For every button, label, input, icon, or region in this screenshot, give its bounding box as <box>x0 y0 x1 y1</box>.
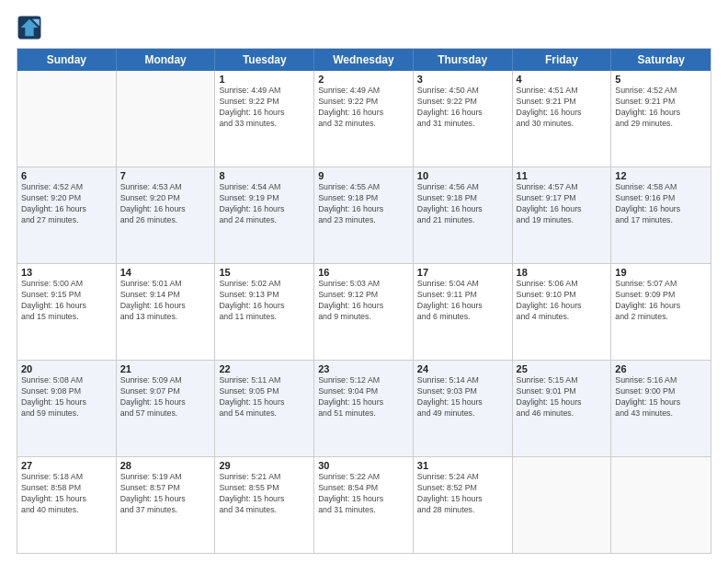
day-info: Sunrise: 5:19 AM Sunset: 8:57 PM Dayligh… <box>120 472 211 516</box>
day-number: 6 <box>21 170 112 181</box>
day-info: Sunrise: 5:12 AM Sunset: 9:04 PM Dayligh… <box>318 375 409 419</box>
day-number: 10 <box>417 170 508 181</box>
day-number: 21 <box>120 363 211 374</box>
calendar-row-5: 27Sunrise: 5:18 AM Sunset: 8:58 PM Dayli… <box>17 456 711 553</box>
day-number: 13 <box>21 267 112 278</box>
day-info: Sunrise: 5:22 AM Sunset: 8:54 PM Dayligh… <box>318 472 409 516</box>
calendar-row-4: 20Sunrise: 5:08 AM Sunset: 9:08 PM Dayli… <box>17 360 711 456</box>
day-number: 3 <box>417 74 508 85</box>
day-info: Sunrise: 4:56 AM Sunset: 9:18 PM Dayligh… <box>417 182 508 226</box>
day-number: 26 <box>615 363 707 374</box>
day-number: 15 <box>219 267 310 278</box>
day-number: 7 <box>120 170 211 181</box>
day-info: Sunrise: 5:11 AM Sunset: 9:05 PM Dayligh… <box>219 375 310 419</box>
calendar-cell: 9Sunrise: 4:55 AM Sunset: 9:18 PM Daylig… <box>314 167 414 263</box>
calendar-cell: 3Sunrise: 4:50 AM Sunset: 9:22 PM Daylig… <box>414 71 513 167</box>
calendar-cell: 4Sunrise: 4:51 AM Sunset: 9:21 PM Daylig… <box>513 71 612 167</box>
day-info: Sunrise: 5:24 AM Sunset: 8:52 PM Dayligh… <box>417 472 508 516</box>
calendar-row-3: 13Sunrise: 5:00 AM Sunset: 9:15 PM Dayli… <box>17 263 711 360</box>
calendar-cell <box>117 71 216 167</box>
day-info: Sunrise: 5:07 AM Sunset: 9:09 PM Dayligh… <box>615 279 707 323</box>
calendar-cell: 26Sunrise: 5:16 AM Sunset: 9:00 PM Dayli… <box>611 361 711 456</box>
day-info: Sunrise: 4:54 AM Sunset: 9:19 PM Dayligh… <box>219 182 310 226</box>
day-number: 1 <box>219 74 310 85</box>
day-number: 17 <box>417 267 508 278</box>
day-info: Sunrise: 5:09 AM Sunset: 9:07 PM Dayligh… <box>120 375 211 419</box>
day-info: Sunrise: 5:06 AM Sunset: 9:10 PM Dayligh… <box>517 279 608 323</box>
weekday-header-friday: Friday <box>513 49 612 71</box>
day-number: 22 <box>219 363 310 374</box>
weekday-header-saturday: Saturday <box>611 49 711 71</box>
day-info: Sunrise: 4:50 AM Sunset: 9:22 PM Dayligh… <box>417 86 508 130</box>
day-number: 30 <box>318 460 409 471</box>
calendar-cell: 13Sunrise: 5:00 AM Sunset: 9:15 PM Dayli… <box>17 264 117 360</box>
day-number: 14 <box>120 267 211 278</box>
calendar: SundayMondayTuesdayWednesdayThursdayFrid… <box>17 48 711 554</box>
calendar-cell <box>17 71 117 167</box>
day-number: 20 <box>21 363 112 374</box>
day-number: 27 <box>21 460 112 471</box>
day-info: Sunrise: 5:08 AM Sunset: 9:08 PM Dayligh… <box>21 375 112 419</box>
calendar-cell: 8Sunrise: 4:54 AM Sunset: 9:19 PM Daylig… <box>215 167 314 263</box>
weekday-header-monday: Monday <box>117 49 216 71</box>
day-number: 31 <box>417 460 508 471</box>
calendar-cell <box>513 457 612 553</box>
calendar-cell: 29Sunrise: 5:21 AM Sunset: 8:55 PM Dayli… <box>215 457 314 553</box>
calendar-cell: 7Sunrise: 4:53 AM Sunset: 9:20 PM Daylig… <box>117 167 216 263</box>
day-info: Sunrise: 4:51 AM Sunset: 9:21 PM Dayligh… <box>517 86 608 130</box>
day-number: 9 <box>318 170 409 181</box>
day-number: 19 <box>615 267 707 278</box>
day-info: Sunrise: 5:03 AM Sunset: 9:12 PM Dayligh… <box>318 279 409 323</box>
weekday-header-tuesday: Tuesday <box>215 49 314 71</box>
day-number: 8 <box>219 170 310 181</box>
calendar-cell: 28Sunrise: 5:19 AM Sunset: 8:57 PM Dayli… <box>117 457 216 553</box>
day-number: 25 <box>517 363 608 374</box>
header <box>17 15 711 40</box>
day-info: Sunrise: 4:58 AM Sunset: 9:16 PM Dayligh… <box>615 182 707 226</box>
day-number: 24 <box>417 363 508 374</box>
day-info: Sunrise: 4:52 AM Sunset: 9:21 PM Dayligh… <box>615 86 707 130</box>
day-info: Sunrise: 5:14 AM Sunset: 9:03 PM Dayligh… <box>417 375 508 419</box>
day-info: Sunrise: 4:49 AM Sunset: 9:22 PM Dayligh… <box>219 86 310 130</box>
calendar-cell: 10Sunrise: 4:56 AM Sunset: 9:18 PM Dayli… <box>414 167 513 263</box>
day-info: Sunrise: 5:16 AM Sunset: 9:00 PM Dayligh… <box>615 375 707 419</box>
calendar-cell: 18Sunrise: 5:06 AM Sunset: 9:10 PM Dayli… <box>513 264 612 360</box>
day-number: 23 <box>318 363 409 374</box>
calendar-cell: 25Sunrise: 5:15 AM Sunset: 9:01 PM Dayli… <box>513 361 612 456</box>
calendar-cell: 12Sunrise: 4:58 AM Sunset: 9:16 PM Dayli… <box>611 167 711 263</box>
day-info: Sunrise: 5:00 AM Sunset: 9:15 PM Dayligh… <box>21 279 112 323</box>
calendar-cell: 20Sunrise: 5:08 AM Sunset: 9:08 PM Dayli… <box>17 361 117 456</box>
calendar-row-2: 6Sunrise: 4:52 AM Sunset: 9:20 PM Daylig… <box>17 167 711 263</box>
calendar-cell: 31Sunrise: 5:24 AM Sunset: 8:52 PM Dayli… <box>414 457 513 553</box>
day-info: Sunrise: 4:57 AM Sunset: 9:17 PM Dayligh… <box>517 182 608 226</box>
day-info: Sunrise: 5:18 AM Sunset: 8:58 PM Dayligh… <box>21 472 112 516</box>
calendar-cell <box>611 457 711 553</box>
calendar-cell: 11Sunrise: 4:57 AM Sunset: 9:17 PM Dayli… <box>513 167 612 263</box>
page: SundayMondayTuesdayWednesdayThursdayFrid… <box>0 0 728 563</box>
calendar-cell: 16Sunrise: 5:03 AM Sunset: 9:12 PM Dayli… <box>314 264 414 360</box>
calendar-cell: 27Sunrise: 5:18 AM Sunset: 8:58 PM Dayli… <box>17 457 117 553</box>
day-number: 29 <box>219 460 310 471</box>
calendar-cell: 21Sunrise: 5:09 AM Sunset: 9:07 PM Dayli… <box>117 361 216 456</box>
day-number: 12 <box>615 170 707 181</box>
day-number: 11 <box>517 170 608 181</box>
logo-icon <box>17 15 42 40</box>
day-info: Sunrise: 5:21 AM Sunset: 8:55 PM Dayligh… <box>219 472 310 516</box>
day-info: Sunrise: 4:52 AM Sunset: 9:20 PM Dayligh… <box>21 182 112 226</box>
day-info: Sunrise: 4:49 AM Sunset: 9:22 PM Dayligh… <box>318 86 409 130</box>
day-info: Sunrise: 5:04 AM Sunset: 9:11 PM Dayligh… <box>417 279 508 323</box>
weekday-header-wednesday: Wednesday <box>314 49 414 71</box>
day-number: 18 <box>517 267 608 278</box>
calendar-cell: 6Sunrise: 4:52 AM Sunset: 9:20 PM Daylig… <box>17 167 117 263</box>
calendar-cell: 2Sunrise: 4:49 AM Sunset: 9:22 PM Daylig… <box>314 71 414 167</box>
day-number: 28 <box>120 460 211 471</box>
day-number: 4 <box>517 74 608 85</box>
day-number: 2 <box>318 74 409 85</box>
calendar-cell: 15Sunrise: 5:02 AM Sunset: 9:13 PM Dayli… <box>215 264 314 360</box>
calendar-header: SundayMondayTuesdayWednesdayThursdayFrid… <box>17 49 711 71</box>
weekday-header-thursday: Thursday <box>414 49 513 71</box>
weekday-header-sunday: Sunday <box>17 49 117 71</box>
day-info: Sunrise: 4:55 AM Sunset: 9:18 PM Dayligh… <box>318 182 409 226</box>
calendar-cell: 30Sunrise: 5:22 AM Sunset: 8:54 PM Dayli… <box>314 457 414 553</box>
day-info: Sunrise: 5:15 AM Sunset: 9:01 PM Dayligh… <box>517 375 608 419</box>
